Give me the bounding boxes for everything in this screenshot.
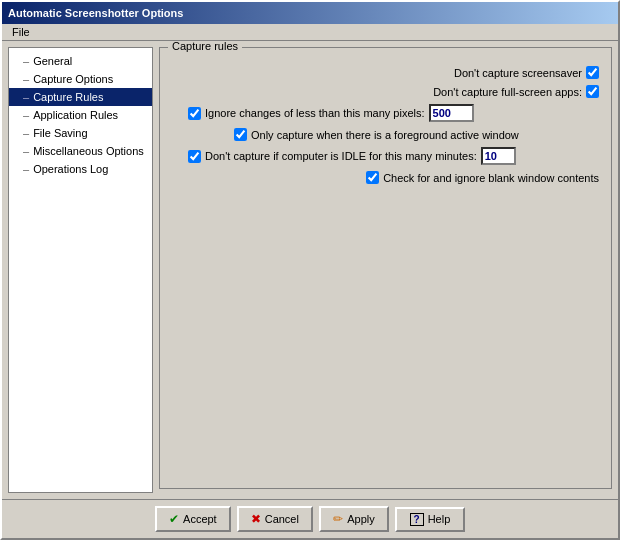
foreground-only-label: Only capture when there is a foreground … [234,128,519,141]
accept-icon: ✔ [169,512,179,526]
main-window: Automatic Screenshotter Options File Gen… [0,0,620,540]
menu-bar: File [2,24,618,41]
rule-idle-minutes: Don't capture if computer is IDLE for th… [172,147,599,165]
content-area: General Capture Options Capture Rules Ap… [2,41,618,499]
help-icon: ? [410,513,424,526]
sidebar-item-file-saving[interactable]: File Saving [9,124,152,142]
ignore-pixels-checkbox[interactable] [188,107,201,120]
foreground-only-text: Only capture when there is a foreground … [251,129,519,141]
help-label: Help [428,513,451,525]
idle-minutes-label: Don't capture if computer is IDLE for th… [188,147,516,165]
sidebar-item-capture-rules[interactable]: Capture Rules [9,88,152,106]
cancel-button[interactable]: ✖ Cancel [237,506,313,532]
help-button[interactable]: ? Help [395,507,465,532]
idle-minutes-input[interactable] [481,147,516,165]
file-menu[interactable]: File [6,24,36,40]
button-bar: ✔ Accept ✖ Cancel ✏ Apply ? Help [2,499,618,538]
ignore-pixels-text: Ignore changes of less than this many pi… [205,107,425,119]
capture-rules-group: Capture rules Don't capture screensaver … [159,47,612,489]
accept-button[interactable]: ✔ Accept [155,506,231,532]
apply-button[interactable]: ✏ Apply [319,506,389,532]
blank-window-label: Check for and ignore blank window conten… [366,171,599,184]
rule-ignore-pixels: Ignore changes of less than this many pi… [172,104,599,122]
sidebar-item-miscellaneous-options[interactable]: Miscellaneous Options [9,142,152,160]
title-bar: Automatic Screenshotter Options [2,2,618,24]
idle-minutes-checkbox[interactable] [188,150,201,163]
window-title: Automatic Screenshotter Options [8,7,183,19]
no-screensaver-checkbox[interactable] [586,66,599,79]
foreground-only-checkbox[interactable] [234,128,247,141]
ignore-pixels-input[interactable] [429,104,474,122]
blank-window-checkbox[interactable] [366,171,379,184]
idle-minutes-text: Don't capture if computer is IDLE for th… [205,150,477,162]
apply-label: Apply [347,513,375,525]
main-panel: Capture rules Don't capture screensaver … [159,47,612,493]
capture-rules-legend: Capture rules [168,41,242,52]
rule-blank-window: Check for and ignore blank window conten… [172,171,599,184]
no-fullscreen-label: Don't capture full-screen apps: [433,85,599,98]
ignore-pixels-label: Ignore changes of less than this many pi… [188,104,474,122]
no-fullscreen-text: Don't capture full-screen apps: [433,86,582,98]
rule-foreground-only: Only capture when there is a foreground … [172,128,599,141]
accept-label: Accept [183,513,217,525]
rules-content: Don't capture screensaver Don't capture … [172,66,599,184]
cancel-label: Cancel [265,513,299,525]
no-screensaver-text: Don't capture screensaver [454,67,582,79]
rule-no-fullscreen: Don't capture full-screen apps: [172,85,599,98]
sidebar-item-operations-log[interactable]: Operations Log [9,160,152,178]
sidebar-item-capture-options[interactable]: Capture Options [9,70,152,88]
sidebar-item-application-rules[interactable]: Application Rules [9,106,152,124]
sidebar: General Capture Options Capture Rules Ap… [8,47,153,493]
rule-no-screensaver: Don't capture screensaver [172,66,599,79]
blank-window-text: Check for and ignore blank window conten… [383,172,599,184]
no-screensaver-label: Don't capture screensaver [454,66,599,79]
apply-icon: ✏ [333,512,343,526]
sidebar-item-general[interactable]: General [9,52,152,70]
no-fullscreen-checkbox[interactable] [586,85,599,98]
cancel-icon: ✖ [251,512,261,526]
